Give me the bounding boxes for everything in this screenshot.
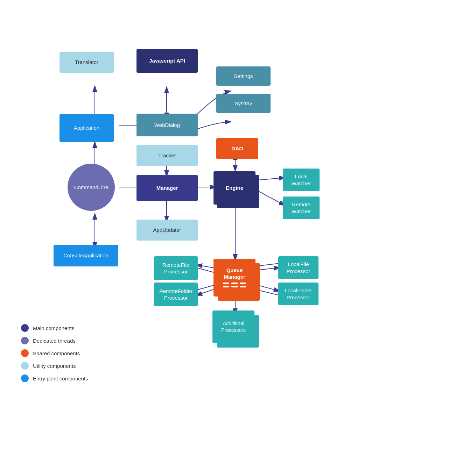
queue-manager-stack: Queue Manager [214, 259, 261, 302]
legend-item-utility: Utility components [21, 362, 88, 370]
manager-node: Manager [136, 175, 198, 201]
legend-item-entry: Entry point components [21, 374, 88, 382]
command-line-node: CommandLine [68, 164, 115, 211]
engine-label: Engine [226, 185, 243, 192]
legend-dot-utility [21, 362, 29, 370]
translator-node: Translator [59, 52, 114, 73]
local-folder-processor-node: LocalFolder Processor [278, 283, 318, 305]
console-application-node: ConsoleApplication [54, 245, 118, 266]
additional-processors-stack: Additional Processors [212, 310, 261, 349]
svg-line-12 [257, 178, 285, 180]
legend-item-main: Main components [21, 324, 88, 332]
local-file-processor-node: LocalFile Processor [278, 256, 318, 279]
local-folder-processor-label: LocalFolder Processor [285, 287, 312, 301]
application-label: Application [74, 124, 99, 131]
queue-manager-label: Queue Manager [224, 267, 245, 280]
app-updater-node: AppUpdater [136, 220, 198, 241]
legend-item-dedicated: Dedicated threads [21, 337, 88, 344]
console-application-label: ConsoleApplication [63, 252, 108, 259]
tracker-node: Tracker [136, 145, 198, 166]
manager-label: Manager [156, 185, 178, 192]
app-updater-label: AppUpdater [153, 227, 181, 234]
javascript-api-node: Javascript API [136, 49, 198, 73]
svg-line-13 [257, 191, 285, 206]
diagram: Translator Javascript API Settings Systr… [0, 0, 476, 457]
systray-label: Systray [234, 100, 252, 107]
dao-label: DAO [231, 145, 243, 152]
settings-label: Settings [234, 73, 253, 80]
web-dialog-node: WebDialog [136, 114, 198, 136]
settings-node: Settings [216, 66, 271, 86]
remote-watcher-node: Remote Watcher [283, 197, 320, 219]
javascript-api-label: Javascript API [149, 57, 185, 64]
remote-file-processor-label: RemoteFile Processor [162, 262, 189, 275]
legend-dot-dedicated [21, 337, 29, 344]
legend: Main components Dedicated threads Shared… [21, 324, 88, 387]
application-node: Application [59, 114, 114, 142]
dao-node: DAO [216, 138, 258, 159]
local-watcher-label: Local Watcher [292, 173, 311, 187]
remote-file-processor-node: RemoteFile Processor [154, 256, 198, 280]
systray-node: Systray [216, 94, 271, 113]
legend-dot-shared [21, 349, 29, 357]
legend-item-shared: Shared components [21, 349, 88, 357]
legend-label-main: Main components [33, 325, 74, 331]
tracker-label: Tracker [158, 152, 176, 159]
additional-processors-label: Additional Processors [221, 320, 246, 333]
legend-label-shared: Shared components [33, 350, 80, 356]
remote-folder-processor-node: RemoteFolder Processor [154, 283, 198, 306]
legend-label-entry: Entry point components [33, 376, 88, 381]
engine-stack: Engine [214, 171, 259, 210]
command-line-label: CommandLine [74, 184, 108, 191]
legend-label-utility: Utility components [33, 363, 76, 369]
legend-dot-main [21, 324, 29, 332]
remote-folder-processor-label: RemoteFolder Processor [159, 288, 192, 301]
remote-watcher-label: Remote Watcher [292, 201, 311, 215]
legend-dot-entry [21, 374, 29, 382]
legend-label-dedicated: Dedicated threads [33, 338, 76, 344]
local-file-processor-label: LocalFile Processor [287, 261, 310, 274]
local-watcher-node: Local Watcher [283, 169, 320, 191]
translator-label: Translator [75, 59, 98, 66]
web-dialog-label: WebDialog [154, 122, 180, 129]
